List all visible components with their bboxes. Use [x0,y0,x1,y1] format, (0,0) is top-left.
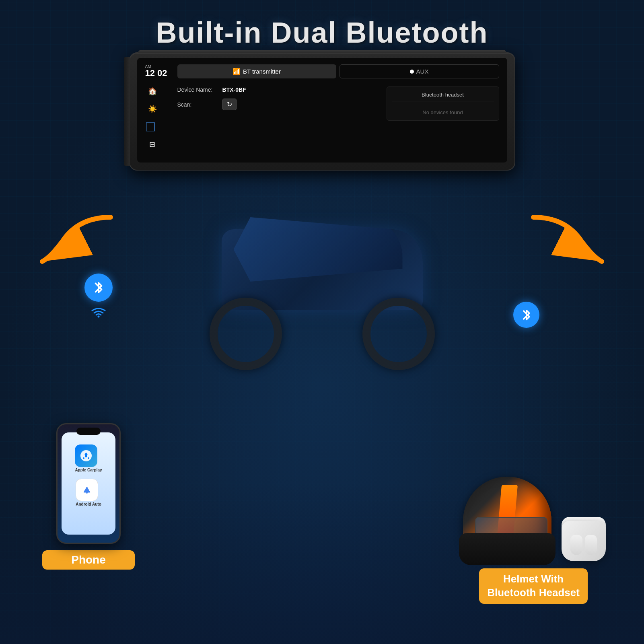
screen: AM 12 02 🏠 ☀️ ⃞ ⊟ 📶 [137,58,507,163]
no-devices-text: No devices found [392,109,494,115]
motorcycle-image [161,153,483,426]
helmet-card: Helmet With Bluetooth Headset [453,453,614,604]
android-auto-app: Android Auto [76,479,101,506]
tab-aux[interactable]: AUX [339,64,499,78]
bt-headset-label: Bluetooth headset [392,92,494,101]
page-title: Built-in Dual Bluetooth [0,0,644,49]
scan-row: Scan: ↻ [177,99,380,110]
page-container: Built-in Dual Bluetooth AM 12 02 🏠 ☀️ ⃞ … [0,0,644,644]
earbuds-case [560,517,608,561]
carplay-label: Apple Carplay [75,468,102,472]
case-body [562,521,606,561]
carplay-app: Apple Carplay [75,444,102,472]
phone-screen: Apple Carplay Android Auto [62,432,115,535]
tab-bar: 📶 BT transmitter AUX [177,64,499,78]
svg-point-6 [86,492,88,494]
tab-bt-transmitter[interactable]: 📶 BT transmitter [177,64,336,78]
moto-body [202,209,443,370]
helmet-visual-area [457,453,610,565]
device-name-value: BTX-0BF [222,86,246,93]
phone-label: Phone [71,553,106,566]
bluetooth-circle-left [84,274,113,302]
home-icon[interactable]: 🏠 [145,84,160,99]
bluetooth-icon[interactable]: ⃞ [145,119,160,134]
earbud-right [585,535,597,555]
phone-image: Apple Carplay Android Auto [56,423,121,544]
content-area: Device Name: BTX-0BF Scan: ↻ Bluetooth h… [177,86,499,121]
device-name-row: Device Name: BTX-0BF [177,86,380,93]
helmet-label-box: Helmet With Bluetooth Headset [479,568,588,604]
bluetooth-circle-right [513,302,539,328]
wifi-signal-icon [91,306,107,321]
scan-label: Scan: [177,101,218,108]
device-name-label: Device Name: [177,86,218,93]
phone-label-box: Phone [42,550,135,570]
helmet-shape [459,477,556,565]
phone-notch [76,428,101,435]
helmet-chin [459,533,556,565]
android-auto-icon [76,479,98,501]
scan-button[interactable]: ↻ [222,99,237,110]
brightness-icon[interactable]: ☀️ [145,102,160,116]
bt-tab-label: BT transmitter [243,68,281,75]
aux-tab-label: AUX [416,68,429,75]
screen-sidebar: AM 12 02 🏠 ☀️ ⃞ ⊟ [145,64,177,156]
arrow-right [525,209,606,265]
phone-card: Apple Carplay Android Auto Phone [42,423,135,570]
bt-tab-icon: 📶 [232,68,241,75]
screen-main: 📶 BT transmitter AUX Device Name: [177,64,499,156]
bt-headset-panel: Bluetooth headset No devices found [387,86,499,121]
svg-point-5 [88,457,89,459]
wheel-front [362,298,435,370]
android-auto-label: Android Auto [76,502,101,506]
svg-point-2 [98,316,100,318]
wheel-rear [210,298,282,370]
bluetooth-symbol-right [520,307,533,323]
time-display: AM 12 02 [145,64,173,78]
aux-dot-icon [410,70,414,74]
arrow-left [38,209,119,265]
svg-point-4 [83,457,84,459]
earbud-left [570,535,582,555]
bt-settings: Device Name: BTX-0BF Scan: ↻ [177,86,380,121]
helmet-label: Helmet With Bluetooth Headset [487,572,580,600]
carplay-icon [75,444,97,467]
bluetooth-symbol-left [91,279,106,296]
time-value: 12 02 [145,69,173,78]
menu-icon[interactable]: ⊟ [145,137,160,152]
